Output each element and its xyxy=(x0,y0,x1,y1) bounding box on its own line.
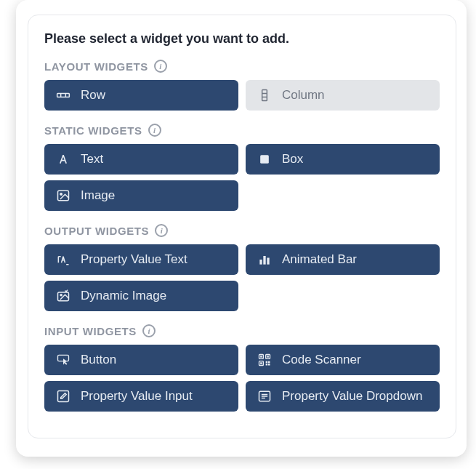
info-icon[interactable]: i xyxy=(148,124,161,137)
widget-image-label: Image xyxy=(81,188,115,203)
section-header-output: OUTPUT WIDGETS i xyxy=(44,224,440,237)
widget-animated-bar-label: Animated Bar xyxy=(282,252,357,267)
widget-property-value-input-label: Property Value Input xyxy=(81,389,193,404)
widget-property-value-input-button[interactable]: Property Value Input xyxy=(44,381,238,412)
widget-code-scanner-button[interactable]: Code Scanner xyxy=(246,345,440,375)
info-icon[interactable]: i xyxy=(142,324,156,337)
widget-dynamic-image-button[interactable]: Dynamic Image xyxy=(44,281,238,311)
text-icon xyxy=(56,152,70,167)
svg-rect-18 xyxy=(260,356,262,358)
widget-animated-bar-button[interactable]: Animated Bar xyxy=(246,244,440,275)
widget-property-value-text-button[interactable]: Property Value Text xyxy=(44,244,238,275)
edit-icon xyxy=(56,389,70,404)
widget-picker-panel: Please select a widget you want to add. … xyxy=(28,15,456,438)
widget-box-label: Box xyxy=(282,152,303,167)
svg-rect-19 xyxy=(267,356,269,358)
svg-rect-21 xyxy=(266,361,268,364)
section-label-input: INPUT WIDGETS xyxy=(44,325,137,337)
section-label-output: OUTPUT WIDGETS xyxy=(44,225,149,237)
widget-button-label: Button xyxy=(81,353,116,367)
info-icon[interactable]: i xyxy=(154,60,167,73)
section-header-input: INPUT WIDGETS i xyxy=(44,324,440,337)
svg-rect-25 xyxy=(58,391,69,402)
svg-rect-6 xyxy=(260,155,269,164)
widget-row-button[interactable]: Row xyxy=(44,80,238,111)
button-icon xyxy=(56,353,70,367)
image-icon xyxy=(56,188,70,203)
property-text-icon xyxy=(56,252,70,267)
column-icon xyxy=(257,88,272,103)
section-header-layout: LAYOUT WIDGETS i xyxy=(44,60,440,73)
widget-box-button[interactable]: Box xyxy=(246,144,440,175)
widget-row-label: Row xyxy=(81,88,105,103)
row-icon xyxy=(56,88,70,103)
dynamic-image-icon xyxy=(56,289,70,303)
widget-button-button[interactable]: Button xyxy=(44,345,238,375)
widget-dynamic-image-label: Dynamic Image xyxy=(81,289,166,303)
widget-column-button: Column xyxy=(246,80,440,111)
section-label-static: STATIC WIDGETS xyxy=(44,124,142,137)
svg-rect-3 xyxy=(262,90,267,101)
widget-column-label: Column xyxy=(282,88,325,103)
widget-property-value-dropdown-button[interactable]: Property Value Dropdown xyxy=(246,381,440,412)
widget-code-scanner-label: Code Scanner xyxy=(282,353,361,367)
svg-rect-23 xyxy=(266,364,268,366)
svg-rect-20 xyxy=(260,362,262,364)
widget-image-button[interactable]: Image xyxy=(44,180,238,211)
bar-chart-icon xyxy=(257,252,272,267)
list-icon xyxy=(257,389,272,404)
svg-rect-0 xyxy=(57,94,70,97)
svg-point-8 xyxy=(60,193,62,196)
svg-point-13 xyxy=(60,294,62,296)
widget-text-button[interactable]: Text xyxy=(44,144,238,175)
svg-rect-11 xyxy=(267,258,269,265)
section-label-layout: LAYOUT WIDGETS xyxy=(44,60,148,73)
section-header-static: STATIC WIDGETS i xyxy=(44,124,440,137)
qr-icon xyxy=(257,353,272,367)
box-icon xyxy=(257,152,272,167)
panel-title: Please select a widget you want to add. xyxy=(44,31,440,47)
widget-property-value-text-label: Property Value Text xyxy=(81,252,187,267)
info-icon[interactable]: i xyxy=(155,224,168,237)
widget-text-label: Text xyxy=(81,152,103,167)
svg-rect-22 xyxy=(268,361,270,364)
svg-rect-10 xyxy=(263,256,265,265)
svg-rect-24 xyxy=(268,364,270,366)
widget-property-value-dropdown-label: Property Value Dropdown xyxy=(282,389,422,404)
svg-rect-9 xyxy=(259,260,262,265)
